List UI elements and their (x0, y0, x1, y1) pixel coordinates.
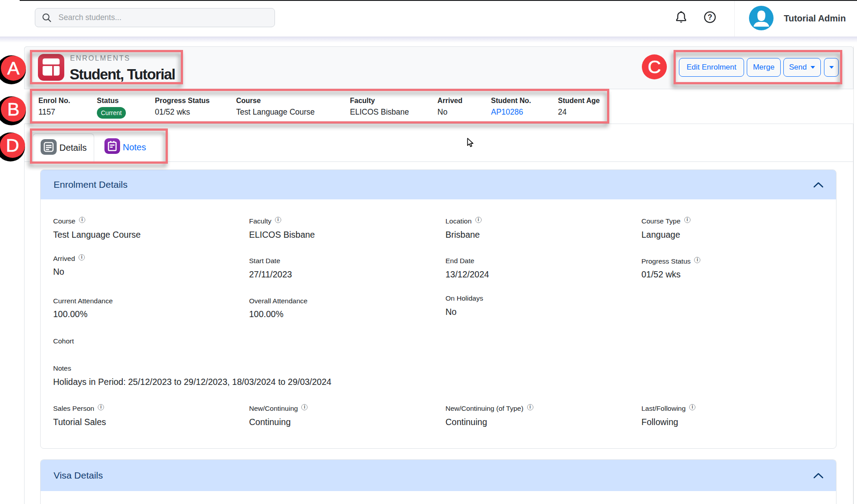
svg-text:?: ? (708, 13, 712, 21)
